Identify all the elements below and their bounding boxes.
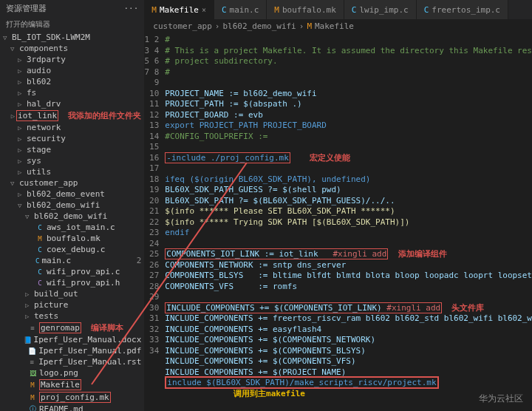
file-item[interactable]: Ccoex_debug.c xyxy=(0,244,144,255)
file-item[interactable]: 📄Iperf_User_Manual.pdf xyxy=(0,345,144,356)
tree-item[interactable]: ▷security xyxy=(0,133,144,144)
folder-components[interactable]: ▽components xyxy=(0,43,144,54)
tab-makefile[interactable]: MMakefile× xyxy=(144,0,214,19)
tree-item[interactable]: ▷build_out xyxy=(0,288,144,299)
tree-item[interactable]: ▷stage xyxy=(0,144,144,155)
file-item[interactable]: Cmain.c2 xyxy=(0,255,144,266)
tab-freertos[interactable]: Cfreertos_imp.c xyxy=(417,0,508,19)
file-item[interactable]: 📘Iperf_User_Manual.docx xyxy=(0,334,144,345)
file-item[interactable]: Cwifi_prov_api.c xyxy=(0,266,144,277)
code-lines[interactable]: # # This is a project Makefile. It is as… xyxy=(165,33,532,411)
file-genromap[interactable]: ≡genromap 编译脚本 xyxy=(0,322,144,334)
tree-item[interactable]: ▷network xyxy=(0,122,144,133)
tree-item[interactable]: ▷sys xyxy=(0,155,144,166)
file-item[interactable]: Mbouffalo.mk xyxy=(0,233,144,244)
tree-root[interactable]: ▽BL_IOT_SDK-LWM2M xyxy=(0,32,144,43)
tree-item[interactable]: ▷picture xyxy=(0,299,144,310)
tab-main-c[interactable]: Cmain.c xyxy=(214,0,267,19)
breadcrumb[interactable]: customer_app› bl602_demo_wifi› MMakefile xyxy=(144,19,532,33)
open-editors-label[interactable]: 打开的编辑器 xyxy=(0,17,144,32)
file-makefile[interactable]: MMakefile xyxy=(0,378,144,391)
tab-bar: MMakefile× Cmain.c Mbouffalo.mk Clwip_im… xyxy=(144,0,532,19)
code-area[interactable]: 1 2 3 4 5 6 7 8 9 10 11 12 13 14 15 16 1… xyxy=(144,33,532,411)
tree-item[interactable]: ▷bl602_demo_event xyxy=(0,188,144,200)
editor-pane: MMakefile× Cmain.c Mbouffalo.mk Clwip_im… xyxy=(144,0,532,411)
file-item[interactable]: 🖼logo.png xyxy=(0,367,144,378)
file-item[interactable]: Cwifi_prov_api.h xyxy=(0,277,144,288)
tab-lwip[interactable]: Clwip_imp.c xyxy=(344,0,417,19)
tree-item[interactable]: ▷bl602 xyxy=(0,76,144,87)
explorer-title: 资源管理器 xyxy=(6,3,47,14)
tree-item[interactable]: ▷fs xyxy=(0,87,144,98)
sidebar: 资源管理器 ··· 打开的编辑器 ▽BL_IOT_SDK-LWM2M ▽comp… xyxy=(0,0,144,411)
explorer-header: 资源管理器 ··· xyxy=(0,0,144,17)
more-icon[interactable]: ··· xyxy=(123,4,138,13)
tree-item[interactable]: ▽bl602_demo_wifi xyxy=(0,211,144,222)
file-proj-config[interactable]: Mproj_config.mk xyxy=(0,391,144,404)
tree-item[interactable]: ▷3rdparty xyxy=(0,54,144,65)
tree-item[interactable]: ▷hal_drv xyxy=(0,98,144,109)
tab-bouffalo[interactable]: Mbouffalo.mk xyxy=(267,0,344,19)
line-numbers: 1 2 3 4 5 6 7 8 9 10 11 12 13 14 15 16 1… xyxy=(144,33,165,411)
tree-item[interactable]: ▷audio xyxy=(0,65,144,76)
tree-item[interactable]: ▷tests xyxy=(0,310,144,322)
watermark: 华为云社区 xyxy=(479,393,523,405)
tree-item[interactable]: ▷utils xyxy=(0,166,144,177)
file-item[interactable]: ≡Iperf_User_Manual.rst xyxy=(0,356,144,367)
tree-item[interactable]: ▽bl602_demo_wifi xyxy=(0,200,144,211)
file-tree: ▽BL_IOT_SDK-LWM2M ▽components ▷3rdparty … xyxy=(0,32,144,411)
folder-iot-link[interactable]: ▷iot_link 我添加的组件文件夹 xyxy=(0,109,144,122)
close-icon: × xyxy=(202,6,206,14)
file-item[interactable]: ⓘREADME.md xyxy=(0,404,144,411)
folder-customer-app[interactable]: ▽customer_app xyxy=(0,177,144,188)
file-item[interactable]: Caws_iot_main.c xyxy=(0,222,144,233)
